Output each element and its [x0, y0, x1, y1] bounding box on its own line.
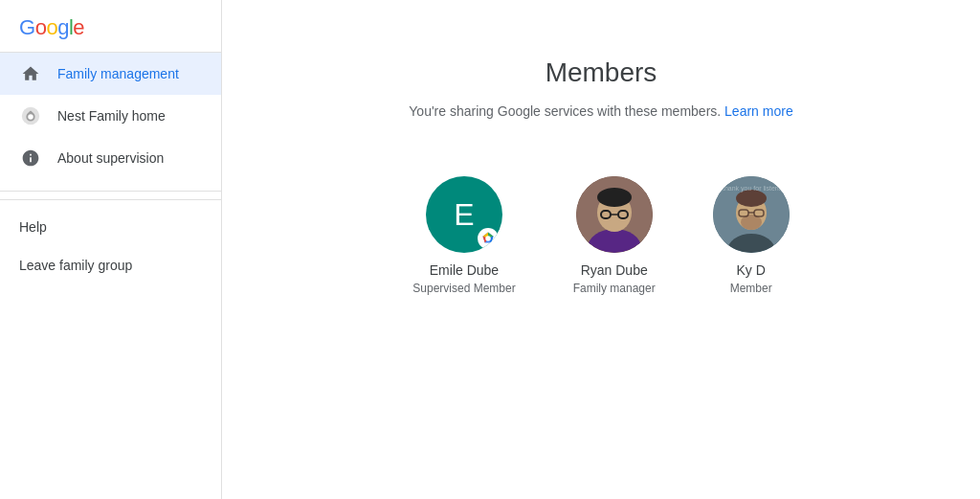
members-row: E Emile Dube Supervised Member	[412, 176, 789, 295]
avatar-emile: E	[426, 176, 502, 253]
sidebar: Google Family management Nest Family h	[0, 0, 222, 499]
sidebar-bottom: Help Leave family group	[0, 199, 221, 284]
member-role-emile: Supervised Member	[412, 282, 515, 295]
sidebar-item-nest-family-home[interactable]: Nest Family home	[0, 95, 221, 137]
page-title: Members	[546, 57, 657, 88]
subtitle-text: You're sharing Google services with thes…	[409, 103, 721, 119]
sidebar-item-family-management[interactable]: Family management	[0, 53, 221, 95]
sidebar-item-nest-family-home-label: Nest Family home	[57, 108, 166, 124]
learn-more-link[interactable]: Learn more	[724, 103, 793, 119]
avatar-ryan	[576, 176, 653, 253]
sidebar-item-family-management-label: Family management	[57, 66, 179, 81]
home-icon	[19, 62, 42, 85]
member-card-emile-dube: E Emile Dube Supervised Member	[412, 176, 515, 295]
member-name-ryan: Ryan Dube	[581, 262, 648, 278]
member-name-emile: Emile Dube	[430, 262, 499, 278]
avatar-ryan-svg	[576, 176, 653, 253]
page-subtitle: You're sharing Google services with thes…	[409, 103, 792, 119]
sidebar-help-link[interactable]: Help	[0, 208, 221, 246]
avatar-ky-svg: thank you for listening	[713, 176, 790, 253]
google-logo: Google	[19, 15, 84, 40]
help-label: Help	[19, 219, 47, 235]
sidebar-leave-family-group-link[interactable]: Leave family group	[0, 246, 221, 284]
member-card-ryan-dube: Ryan Dube Family manager	[573, 176, 656, 295]
svg-point-1	[28, 114, 33, 120]
nest-icon	[19, 104, 42, 127]
svg-point-22	[736, 190, 767, 207]
main-content: Members You're sharing Google services w…	[222, 0, 980, 499]
svg-point-13	[597, 188, 632, 207]
info-icon	[19, 147, 42, 170]
svg-text:thank you for listening: thank you for listening	[723, 185, 788, 193]
avatar-initials-emile: E	[454, 197, 474, 233]
sidebar-nav: Family management Nest Family home About…	[0, 53, 221, 179]
member-role-ky: Member	[730, 282, 772, 295]
svg-point-8	[485, 236, 491, 241]
sidebar-item-about-supervision[interactable]: About supervision	[0, 137, 221, 179]
google-logo-container: Google	[0, 0, 221, 52]
member-role-ryan: Family manager	[573, 282, 656, 295]
leave-family-group-label: Leave family group	[19, 258, 132, 273]
sidebar-item-about-supervision-label: About supervision	[57, 150, 164, 166]
avatar-ky: thank you for listening	[713, 176, 790, 253]
member-card-ky-d: thank you for listening Ky D Member	[713, 176, 790, 295]
member-name-ky: Ky D	[737, 262, 766, 278]
sidebar-divider-bottom	[0, 191, 221, 192]
maps-badge-icon	[478, 228, 499, 249]
